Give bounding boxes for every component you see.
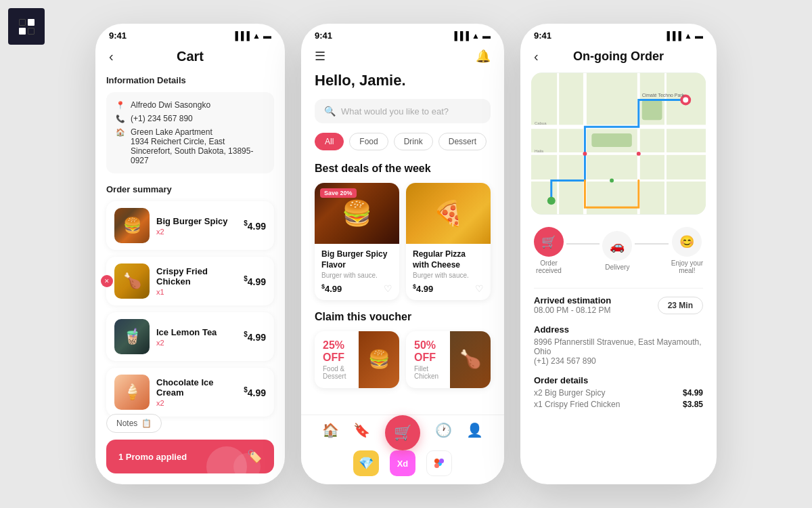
info-phone-row: 📞 (+1) 234 567 890 [116, 114, 265, 123]
voucher-2-left: 50% OFF Fillet Chicken [406, 331, 450, 388]
menu-icon[interactable]: ☰ [315, 49, 325, 64]
voucher-2-label: Fillet Chicken [414, 365, 442, 380]
home-status-icons: ▐▐▐ ▲ ▬ [452, 31, 491, 41]
order-item-1: 🍔 Big Burger Spicy x2 $4.99 [106, 201, 274, 250]
tool-sketch-icon: 💎 [353, 450, 379, 476]
filter-chips: All Food Drink Dessert He [315, 133, 491, 150]
home-status-time: 9:41 [315, 30, 332, 41]
info-name-row: 📍 Alfredo Dwi Sasongko [116, 100, 265, 110]
step-3-icon: 😊 [672, 227, 702, 257]
deal-1-image: 🍔 Save 20% [315, 183, 399, 244]
step-connector-1 [566, 243, 600, 245]
deal-2-img-bg: 🍕 [406, 183, 491, 244]
order-status-time: 9:41 [534, 30, 551, 41]
deal-2-desc: Burger with sauce. [413, 272, 484, 279]
info-address-row: 🏠 Green Lake Apartment1934 Reichert Circ… [116, 127, 265, 165]
order-status-icons: ▐▐▐ ▲ ▬ [664, 31, 703, 41]
item-4-info: Chocolate Ice Cream x2 [156, 377, 237, 407]
step-delivery: 🚗 Delivery [602, 231, 632, 271]
deal-2-name: Regular Pizza with Cheese [413, 249, 484, 270]
search-bar[interactable]: 🔍 What would you like to eat? [315, 99, 491, 123]
map-svg: Cimaté Techno Park Cabua Halis [531, 72, 706, 215]
order-signal-icon: ▐▐▐ [664, 31, 682, 41]
wm-cell-3 [19, 28, 26, 35]
deal-1-price: $4.99 [321, 283, 342, 294]
nav-bookmark[interactable]: 🔖 [353, 422, 370, 438]
notes-button[interactable]: Notes 📋 [106, 414, 162, 433]
step-1-label: Orderreceived [536, 259, 562, 274]
voucher-1[interactable]: 25% OFF Food & Dessert 🍔 [315, 331, 399, 388]
back-button[interactable]: ‹ [109, 49, 114, 64]
phone-home: 9:41 ▐▐▐ ▲ ▬ ☰ 🔔 Hello, Jamie. 🔍 What wo… [301, 24, 504, 484]
order-details-section: Arrived estimation 08.00 PM - 08.12 PM 2… [520, 295, 717, 409]
item-1-info: Big Burger Spicy x2 [156, 216, 237, 236]
svg-point-16 [547, 196, 556, 205]
step-2-icon: 🚗 [602, 231, 632, 261]
home-content: Hello, Jamie. 🔍 What would you like to e… [301, 72, 504, 388]
deal-2-price-row: $4.99 ♡ [413, 283, 484, 294]
deal-2-heart[interactable]: ♡ [475, 283, 484, 294]
order-back-button[interactable]: ‹ [534, 49, 539, 64]
wm-cell-4 [28, 28, 35, 35]
home-battery-icon: ▬ [482, 31, 491, 41]
deal-card-1[interactable]: 🍔 Save 20% Big Burger Spicy Flavor Burge… [315, 183, 399, 300]
filter-drink[interactable]: Drink [394, 133, 433, 150]
tea-image: 🧋 [114, 319, 150, 354]
notes-label: Notes [116, 419, 137, 428]
greeting: Hello, Jamie. [315, 72, 491, 89]
item-1-price: $4.99 [244, 219, 266, 232]
notes-icon: 📋 [141, 419, 152, 428]
promo-bar[interactable]: 1 Promo applied 🏷️ [106, 440, 274, 473]
icecream-image: 🍦 [114, 375, 150, 410]
deal-1-name: Big Burger Spicy Flavor [321, 249, 392, 270]
order-detail-1-qty-name: x2 Big Burger Spicy [534, 388, 605, 398]
nav-home[interactable]: 🏠 [322, 422, 339, 438]
svg-text:Cimaté Techno Park: Cimaté Techno Park [642, 93, 685, 98]
filter-all[interactable]: All [315, 133, 344, 150]
voucher-2[interactable]: 50% OFF Fillet Chicken 🍗 [406, 331, 491, 388]
nav-profile[interactable]: 👤 [466, 422, 483, 438]
deal-1-heart[interactable]: ♡ [384, 283, 392, 294]
svg-text:Cabua: Cabua [535, 121, 547, 125]
svg-rect-12 [591, 133, 632, 147]
estimation-row: Arrived estimation 08.00 PM - 08.12 PM 2… [534, 295, 703, 315]
deal-card-2[interactable]: 🍕 Regular Pizza with Cheese Burger with … [406, 183, 491, 300]
estimation-badge: 23 Min [658, 297, 703, 314]
burger-image: 🍔 [114, 208, 150, 243]
cart-fab[interactable]: 🛒 [385, 415, 420, 450]
location-icon: 📍 [116, 101, 125, 110]
tool-figma-icon [426, 450, 452, 476]
voucher-title: Claim this voucher [315, 311, 491, 323]
step-2-label: Delivery [605, 263, 629, 271]
info-card: 📍 Alfredo Dwi Sasongko 📞 (+1) 234 567 89… [106, 92, 274, 173]
svg-rect-1 [434, 459, 439, 463]
info-address: Green Lake Apartment1934 Reichert Circle… [131, 127, 265, 165]
deal-1-desc: Burger with sauce. [321, 272, 392, 279]
info-name: Alfredo Dwi Sasongko [131, 100, 210, 110]
order-item-2: ✕ 🍗 Crispy Fried Chicken x1 $4.99 [106, 257, 274, 305]
item-4-price: $4.99 [244, 386, 266, 398]
watermark-logo [8, 8, 45, 45]
delete-button-2[interactable]: ✕ [101, 275, 113, 287]
filter-dessert[interactable]: Dessert [438, 133, 487, 150]
cart-status-icons: ▐▐▐ ▲ ▬ [233, 31, 271, 41]
order-items-list: x2 Big Burger Spicy $4.99 x1 Crispy Frie… [534, 388, 703, 409]
deal-1-info: Big Burger Spicy Flavor Burger with sauc… [315, 244, 399, 300]
map-container: Cimaté Techno Park Cabua Halis [531, 72, 706, 215]
order-status-bar: 9:41 ▐▐▐ ▲ ▬ [520, 24, 717, 43]
promo-icon: 🏷️ [247, 449, 262, 464]
step-1-icon: 🛒 [534, 227, 564, 257]
voucher-2-percent: 50% OFF [414, 339, 442, 364]
item-3-price: $4.99 [244, 331, 266, 343]
svg-rect-13 [642, 100, 662, 121]
address-label: Address [534, 324, 703, 335]
order-detail-1-price: $4.99 [683, 388, 703, 398]
voucher-2-image: 🍗 [450, 331, 491, 388]
wm-cell-2 [28, 19, 35, 26]
step-enjoy: 😊 Enjoy yourmeal! [671, 227, 703, 274]
deal-2-price: $4.99 [413, 283, 433, 294]
filter-food[interactable]: Food [349, 133, 388, 150]
bell-icon[interactable]: 🔔 [476, 49, 491, 64]
cart-header: ‹ Cart [95, 43, 285, 72]
nav-history[interactable]: 🕐 [435, 422, 452, 438]
